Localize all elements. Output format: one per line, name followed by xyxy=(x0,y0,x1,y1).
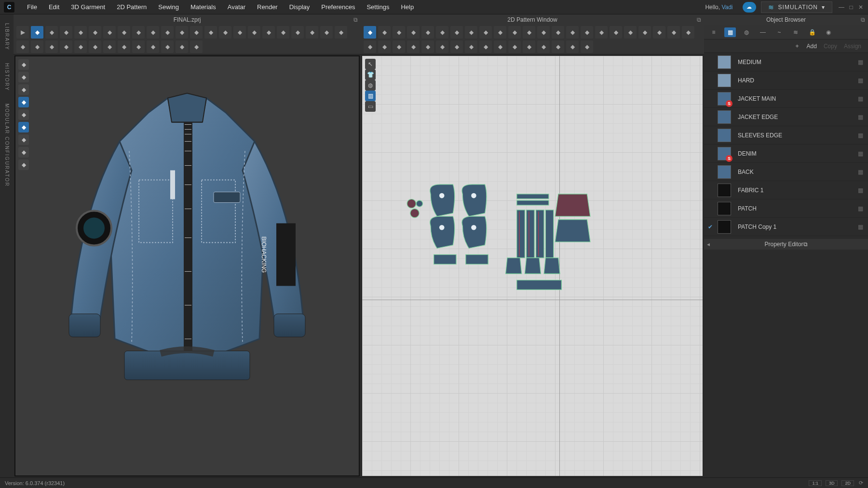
lock-icon[interactable]: ▦ xyxy=(858,114,863,120)
avatar-wire-icon[interactable]: ◆ xyxy=(18,109,29,120)
uv-icon[interactable]: ◆ xyxy=(74,40,87,53)
menu-file[interactable]: File xyxy=(21,3,43,11)
edit-pattern-icon[interactable]: ◆ xyxy=(364,26,376,39)
fabric-item-back[interactable]: ✔BACK▦ xyxy=(704,163,868,181)
edit-curve-icon[interactable]: ◆ xyxy=(378,26,391,39)
wave-icon[interactable]: ≋ xyxy=(790,27,801,37)
layer-icon[interactable]: ◆ xyxy=(60,40,72,53)
offset-icon[interactable]: ◆ xyxy=(566,40,579,53)
shirt-light-icon[interactable]: 👕 xyxy=(365,69,376,80)
minimize-button[interactable]: — xyxy=(838,4,845,11)
skeleton-icon[interactable]: ◆ xyxy=(16,40,29,53)
print-icon[interactable]: ◆ xyxy=(190,40,203,53)
fabric-item-jacket-edge[interactable]: ✔JACKET EDGE▦ xyxy=(704,108,868,126)
dock-tab-history[interactable]: HISTORY xyxy=(4,63,10,91)
substance-icon[interactable]: ◆ xyxy=(132,40,145,53)
mixamo-icon[interactable]: ◆ xyxy=(147,40,159,53)
edit-pattern-icon[interactable]: ◆ xyxy=(147,26,159,39)
add-button[interactable]: Add xyxy=(807,43,817,50)
fabric-icon[interactable]: ▦ xyxy=(724,27,736,37)
grid-icon[interactable]: ◆ xyxy=(537,40,550,53)
internal-line-icon[interactable]: ◆ xyxy=(508,26,521,39)
add-point-icon[interactable]: ◆ xyxy=(393,26,405,39)
fabric-item-denim[interactable]: ✔SDENIM▦ xyxy=(704,145,868,163)
view-2d-button[interactable]: 2D xyxy=(841,480,854,486)
dart-icon[interactable]: ◆ xyxy=(465,26,477,39)
weld-icon[interactable]: ◆ xyxy=(291,26,304,39)
list-icon[interactable]: ≡ xyxy=(708,27,719,37)
seam-allow-icon[interactable]: ◆ xyxy=(537,26,550,39)
stitch-icon[interactable]: ◆ xyxy=(161,40,174,53)
show-internal-icon[interactable]: ◆ xyxy=(18,134,29,145)
lock-icon[interactable]: 🔒 xyxy=(806,27,818,37)
align-icon[interactable]: ◆ xyxy=(581,26,593,39)
edit-sew-icon[interactable]: ◆ xyxy=(378,40,391,53)
dock-tab-library[interactable]: LIBRARY xyxy=(4,23,10,51)
render-prop-icon[interactable]: ◆ xyxy=(118,40,130,53)
fabric-item-patch[interactable]: ✔PATCH▦ xyxy=(704,199,868,218)
maximize-button[interactable]: □ xyxy=(848,4,854,11)
grain-icon[interactable]: ◆ xyxy=(566,26,579,39)
garment-icon[interactable]: ◆ xyxy=(219,26,231,39)
chalk-icon[interactable]: ◆ xyxy=(581,40,593,53)
move-arrange-icon[interactable]: ◆ xyxy=(523,40,535,53)
menu-render[interactable]: Render xyxy=(251,3,284,11)
translate-x-icon[interactable]: ◆ xyxy=(89,26,101,39)
puckering-icon[interactable]: ◆ xyxy=(682,26,694,39)
transform-icon[interactable]: ◆ xyxy=(60,26,72,39)
snap-icon[interactable]: ◆ xyxy=(552,40,564,53)
select-mesh-icon[interactable]: ◆ xyxy=(45,26,58,39)
avatar-size-icon[interactable]: ◆ xyxy=(335,26,347,39)
transform-icon[interactable]: ◆ xyxy=(407,26,420,39)
caret-left-icon[interactable]: ◂ xyxy=(707,241,710,248)
button-mode-icon[interactable]: ◉ xyxy=(823,27,834,37)
polygon-icon[interactable]: ◆ xyxy=(450,26,463,39)
delete-icon[interactable]: ◆ xyxy=(132,26,145,39)
menu-3d-garment[interactable]: 3D Garment xyxy=(65,3,111,11)
cloud-sync-icon[interactable]: ☁ xyxy=(743,2,756,13)
measure-icon[interactable]: ◆ xyxy=(45,40,58,53)
pressure-icon[interactable]: ◆ xyxy=(248,26,260,39)
close-button[interactable]: ✕ xyxy=(857,4,864,11)
rectangle-icon[interactable]: ◆ xyxy=(421,26,434,39)
topstitch-icon[interactable]: ◆ xyxy=(667,26,680,39)
menu-display[interactable]: Display xyxy=(284,3,316,11)
render-view-icon[interactable]: ◆ xyxy=(103,40,116,53)
show-zipper-icon[interactable]: ◆ xyxy=(18,147,29,158)
lock-icon[interactable]: ▦ xyxy=(858,59,863,66)
menu-materials[interactable]: Materials xyxy=(185,3,222,11)
lock-icon[interactable]: ▦ xyxy=(858,150,863,157)
arrange-avatar-icon[interactable]: ◆ xyxy=(204,26,217,39)
seam-taping-icon[interactable]: ◆ xyxy=(407,40,420,53)
lock-icon[interactable]: ▦ xyxy=(858,77,863,84)
pivot-icon[interactable]: ◆ xyxy=(74,26,87,39)
popout-icon[interactable]: ⧉ xyxy=(353,16,358,23)
baseline-icon[interactable]: ◆ xyxy=(552,26,564,39)
pointer-icon[interactable]: ↖ xyxy=(365,59,376,69)
lock-icon[interactable]: ▦ xyxy=(858,224,863,230)
menu-settings[interactable]: Settings xyxy=(361,3,395,11)
menu-2d-pattern[interactable]: 2D Pattern xyxy=(111,3,152,11)
piping-icon[interactable]: ◆ xyxy=(465,40,477,53)
pin-icon[interactable]: ◆ xyxy=(161,26,174,39)
graphic-icon[interactable]: ◆ xyxy=(653,26,665,39)
texture-icon[interactable]: ◆ xyxy=(89,40,101,53)
menu-help[interactable]: Help xyxy=(395,3,420,11)
menu-sewing[interactable]: Sewing xyxy=(152,3,185,11)
copy-icon[interactable]: ◆ xyxy=(103,26,116,39)
fabric-item-hard[interactable]: ✔HARD▦ xyxy=(704,71,868,90)
fabric-swatch-icon[interactable]: ▥ xyxy=(365,91,376,101)
button-tool-icon[interactable]: ◆ xyxy=(277,26,289,39)
paper-icon[interactable]: ▭ xyxy=(365,101,376,112)
lock-icon[interactable]: ▦ xyxy=(858,132,863,139)
text-icon[interactable]: ◆ xyxy=(595,26,608,39)
free-sew-icon[interactable]: ◆ xyxy=(393,40,405,53)
viewport-2d[interactable]: ↖👕◍▥▭ xyxy=(362,55,703,476)
link-icon[interactable]: ◆ xyxy=(508,40,521,53)
fold-arrange-icon[interactable]: ◆ xyxy=(421,40,434,53)
texture-view-icon[interactable]: ◆ xyxy=(18,122,29,132)
report-icon[interactable]: ◆ xyxy=(638,26,651,39)
menu-avatar[interactable]: Avatar xyxy=(222,3,251,11)
zipper2d-icon[interactable]: ◆ xyxy=(479,40,492,53)
curve-icon[interactable]: ~ xyxy=(773,27,785,37)
